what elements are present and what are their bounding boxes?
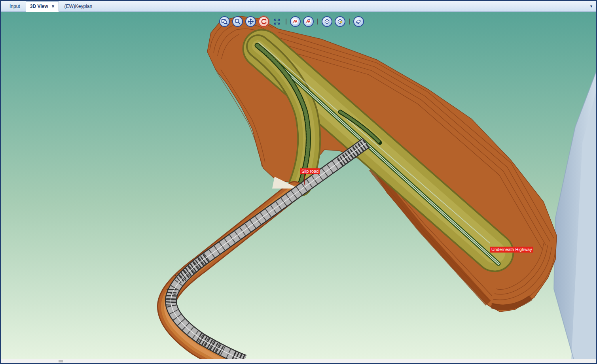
zoom-window-button[interactable] (219, 16, 230, 27)
box-wireframe-icon (324, 18, 330, 25)
zoom-icon (234, 18, 241, 25)
close-tab-icon[interactable]: × (52, 4, 55, 9)
scrollbar-thumb[interactable] (59, 360, 63, 362)
zoom-button[interactable] (232, 16, 243, 27)
tab-ew-keyplan[interactable]: (EW)Keyplan (59, 2, 98, 11)
rotate-button[interactable] (258, 16, 269, 27)
app-window: Input 3D View × (EW)Keyplan ▼ (0, 0, 597, 364)
tab-overflow-icon[interactable]: ▼ (589, 4, 593, 8)
settlement-plot-2-button[interactable] (303, 16, 314, 27)
eraser-button[interactable] (353, 16, 364, 27)
tab-input[interactable]: Input (4, 2, 26, 11)
rotate-icon (260, 18, 267, 25)
toolbar-separator (349, 19, 350, 25)
zoom-window-icon (221, 18, 228, 25)
3d-scene[interactable] (1, 12, 596, 359)
toolbar-separator (286, 19, 286, 25)
bottom-scrollbar (1, 359, 596, 363)
settlement-plot-2-icon (305, 18, 312, 25)
underneath-highway-label: Underneath Highway (490, 247, 533, 253)
toolbar-separator (317, 19, 318, 25)
slip-road-label: Slip road (300, 168, 320, 174)
tab-input-label: Input (9, 4, 20, 9)
tab-3d-view[interactable]: 3D View × (26, 1, 59, 12)
box-wireframe-view-button[interactable] (322, 16, 332, 27)
pan-icon (247, 18, 254, 25)
pan-button[interactable] (245, 16, 256, 27)
tab-strip: Input 3D View × (EW)Keyplan ▼ (1, 1, 596, 12)
zoom-extents-button[interactable] (271, 16, 282, 27)
zoom-extents-icon (273, 18, 280, 25)
settlement-plot-1-button[interactable] (290, 16, 301, 27)
box-shaded-icon (337, 18, 343, 25)
settlement-plot-1-icon (292, 18, 299, 25)
view-toolbar (219, 16, 364, 27)
tab-ew-keyplan-label: (EW)Keyplan (64, 4, 93, 9)
viewport-3d[interactable]: Slip road Underneath Highway (1, 12, 596, 359)
tab-3d-view-label: 3D View (30, 4, 48, 9)
eraser-icon (355, 18, 362, 25)
box-shaded-view-button[interactable] (335, 16, 345, 27)
